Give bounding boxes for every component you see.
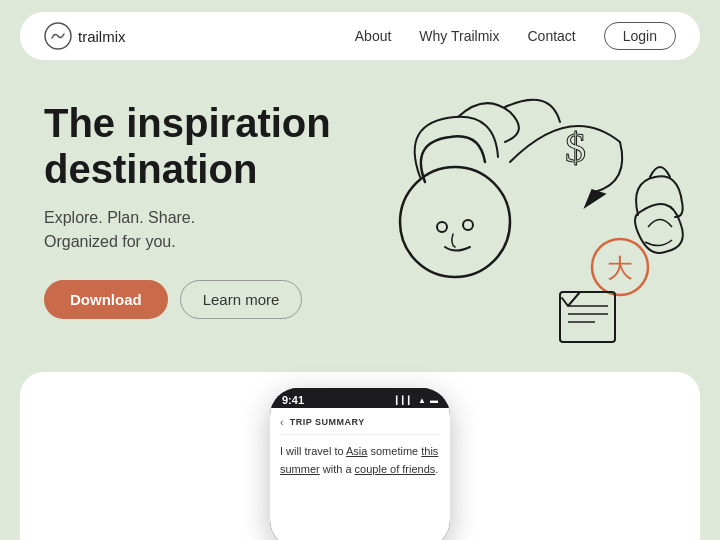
nav-about[interactable]: About — [355, 28, 392, 44]
friends-link[interactable]: couple of friends — [355, 463, 436, 475]
phone-screen-title: TRIP SUMMARY — [290, 417, 365, 427]
battery-icon: ▬ — [430, 396, 438, 405]
nav-contact[interactable]: Contact — [527, 28, 575, 44]
phone-section: 9:41 ▎▎▎ ▲ ▬ ‹ TRIP SUMMARY I will trave… — [20, 372, 700, 540]
svg-text:大: 大 — [607, 254, 633, 283]
phone-status-icons: ▎▎▎ ▲ ▬ — [396, 396, 438, 405]
hero-section: The inspiration destination Explore. Pla… — [0, 72, 720, 372]
learn-more-button[interactable]: Learn more — [180, 280, 303, 319]
nav-why-trailmix[interactable]: Why Trailmix — [419, 28, 499, 44]
phone-time: 9:41 — [282, 394, 304, 406]
hero-buttons: Download Learn more — [44, 280, 344, 319]
phone-status-bar: 9:41 ▎▎▎ ▲ ▬ — [270, 388, 450, 408]
phone-screen: ‹ TRIP SUMMARY I will travel to Asia som… — [270, 408, 450, 540]
content-prefix: I will travel to — [280, 445, 346, 457]
content-mid: sometime — [367, 445, 421, 457]
login-button[interactable]: Login — [604, 22, 676, 50]
logo-text: trailmix — [78, 28, 126, 45]
svg-point-3 — [463, 220, 473, 230]
svg-text:$: $ — [565, 125, 586, 171]
phone-trip-header: ‹ TRIP SUMMARY — [280, 416, 440, 435]
svg-point-1 — [400, 167, 510, 277]
hero-title: The inspiration destination — [44, 100, 344, 192]
phone-content-text: I will travel to Asia sometime this summ… — [280, 443, 440, 478]
hero-illustration: $ 大 — [310, 82, 690, 362]
content-period: . — [435, 463, 438, 475]
signal-icon: ▎▎▎ — [396, 396, 414, 405]
wifi-icon: ▲ — [418, 396, 426, 405]
svg-marker-4 — [585, 190, 605, 207]
nav-links: About Why Trailmix Contact Login — [355, 22, 676, 50]
logo-icon — [44, 22, 72, 50]
navbar: trailmix About Why Trailmix Contact Logi… — [20, 12, 700, 60]
phone-mockup: 9:41 ▎▎▎ ▲ ▬ ‹ TRIP SUMMARY I will trave… — [270, 388, 450, 540]
content-end: with a — [320, 463, 355, 475]
asia-link[interactable]: Asia — [346, 445, 367, 457]
hero-text-block: The inspiration destination Explore. Pla… — [44, 100, 344, 319]
svg-rect-8 — [560, 292, 615, 342]
logo[interactable]: trailmix — [44, 22, 126, 50]
back-arrow-icon[interactable]: ‹ — [280, 416, 284, 428]
download-button[interactable]: Download — [44, 280, 168, 319]
svg-point-2 — [437, 222, 447, 232]
hero-subtitle: Explore. Plan. Share.Organized for you. — [44, 206, 344, 254]
